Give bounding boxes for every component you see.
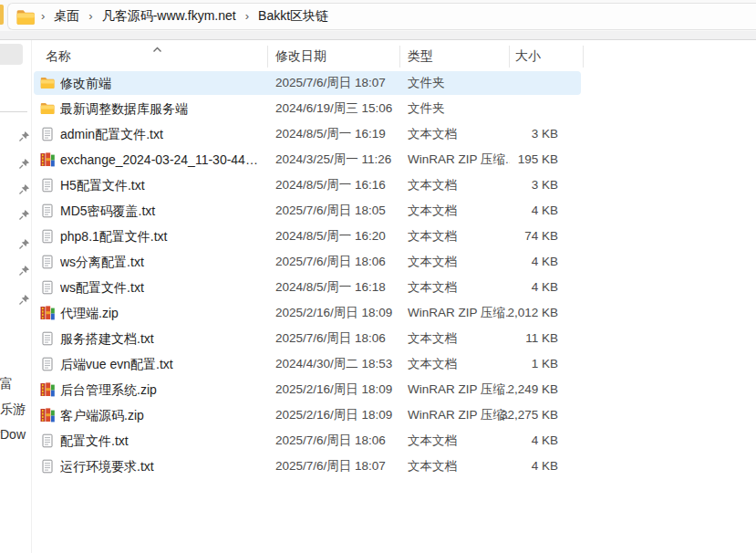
column-header-type[interactable]: 类型 [408,48,433,65]
breadcrumb-item-desktop[interactable]: 桌面 [47,5,86,27]
file-size: 4 KB [499,454,558,478]
file-type-icon [40,459,56,474]
file-type-icon [40,101,56,116]
file-type: WinRAR ZIP 压缩... [408,403,510,427]
file-type-icon [40,331,56,346]
address-band: › 桌面 › 凡客源码-www.fkym.net › Bakkt区块链 [0,0,756,31]
file-size: 2,249 KB [499,378,558,402]
file-name: 配置文件.txt [60,429,264,453]
file-row[interactable]: 服务搭建文档.txt 2025/7/6/周日 18:06 文本文档 11 KB [34,327,581,350]
file-size: 74 KB [499,224,558,248]
nav-item-label-fragment[interactable]: Dow [0,427,32,442]
file-list-pane: 名称 修改日期 类型 大小 [33,40,756,553]
file-type: 文本文档 [408,122,510,146]
file-row[interactable]: 客户端源码.zip 2025/2/16/周日 18:09 WinRAR ZIP … [34,403,581,427]
file-date-modified: 2025/2/16/周日 18:09 [275,301,403,325]
file-type-icon [40,152,56,167]
address-bar[interactable]: › 桌面 › 凡客源码-www.fkym.net › Bakkt区块链 [7,3,756,30]
file-type: WinRAR ZIP 压缩... [408,148,510,172]
folder-icon [16,9,35,24]
file-type-icon [40,127,56,141]
file-date-modified: 2025/7/6/周日 18:07 [275,454,403,478]
file-type: 文件夹 [408,97,510,120]
column-resize-handle[interactable] [399,46,400,68]
file-name: 代理端.zip [60,301,264,325]
file-date-modified: 2025/2/16/周日 18:09 [275,378,403,402]
file-date-modified: 2024/4/30/周二 18:53 [275,352,403,376]
file-row[interactable]: exchange_2024-03-24_11-30-44_mys... 2024… [34,148,581,172]
pushpin-icon[interactable] [18,157,30,169]
column-resize-handle[interactable] [583,46,584,68]
file-size [499,71,558,95]
file-date-modified: 2025/7/6/周日 18:05 [275,199,403,223]
file-date-modified: 2025/7/6/周日 18:06 [275,327,403,350]
file-date-modified: 2024/8/5/周一 16:19 [275,122,403,146]
chevron-right-icon: › [86,9,95,23]
file-type-icon [40,203,56,218]
sort-ascending-icon [152,41,162,49]
file-name: exchange_2024-03-24_11-30-44_mys... [60,148,264,172]
file-row[interactable]: 配置文件.txt 2025/7/6/周日 18:06 文本文档 4 KB [34,429,581,453]
column-header-name[interactable]: 名称 [46,48,71,65]
file-row[interactable]: ws分离配置.txt 2025/7/6/周日 18:06 文本文档 4 KB [34,250,581,274]
column-header-size[interactable]: 大小 [515,48,541,65]
file-row[interactable]: H5配置文件.txt 2024/8/5/周一 16:16 文本文档 3 KB [34,173,581,197]
file-date-modified: 2024/6/19/周三 15:06 [275,97,403,120]
file-name: 后台管理系统.zip [60,378,264,402]
file-type-icon [40,76,56,90]
file-type: 文本文档 [408,454,510,478]
pushpin-icon[interactable] [18,130,30,141]
file-type: WinRAR ZIP 压缩... [408,378,510,402]
pushpin-icon[interactable] [18,183,30,194]
file-type-icon [40,306,56,320]
pushpin-icon[interactable] [18,237,30,249]
file-row[interactable]: MD5密码覆盖.txt 2025/7/6/周日 18:05 文本文档 4 KB [34,199,581,223]
column-header-date-modified[interactable]: 修改日期 [275,48,326,65]
clipped-icon-fragment [0,5,4,25]
nav-item-fragment[interactable] [0,44,23,65]
pushpin-icon[interactable] [18,208,30,220]
file-type: 文本文档 [408,224,510,248]
file-date-modified: 2025/2/16/周日 18:09 [275,403,403,427]
file-row[interactable]: 最新调整数据库服务端 2024/6/19/周三 15:06 文件夹 [34,97,581,120]
file-type-icon [40,433,56,448]
file-row[interactable]: 后端vue evn配置.txt 2024/4/30/周二 18:53 文本文档 … [34,352,581,376]
file-row[interactable]: 修改前端 2025/7/6/周日 18:07 文件夹 [34,71,581,95]
file-row[interactable]: php8.1配置文件.txt 2024/8/5/周一 16:20 文本文档 74… [34,224,581,248]
file-name: php8.1配置文件.txt [60,224,264,248]
file-type: 文本文档 [408,276,510,299]
nav-item-label-fragment[interactable]: 乐游 [0,402,32,418]
file-size: 32,275 KB [499,403,558,427]
file-date-modified: 2024/8/5/周一 16:18 [275,276,403,299]
file-type-icon [40,357,56,371]
file-date-modified: 2024/3/25/周一 11:26 [275,148,403,172]
file-size: 1 KB [499,352,558,376]
nav-item-label-fragment[interactable]: 富 [0,376,32,392]
pushpin-icon[interactable] [18,264,30,276]
pushpin-icon[interactable] [18,293,30,305]
file-row[interactable]: 运行环境要求.txt 2025/7/6/周日 18:07 文本文档 4 KB [34,454,581,478]
file-row[interactable]: ws配置文件.txt 2024/8/5/周一 16:18 文本文档 4 KB [34,276,581,299]
file-size: 4 KB [499,199,558,223]
file-date-modified: 2025/7/6/周日 18:06 [275,250,403,274]
divider [0,111,27,112]
file-explorer-window: › 桌面 › 凡客源码-www.fkym.net › Bakkt区块链 富 乐游… [0,0,756,553]
file-date-modified: 2024/8/5/周一 16:16 [275,173,403,197]
file-type: 文本文档 [408,352,510,376]
file-row[interactable]: 代理端.zip 2025/2/16/周日 18:09 WinRAR ZIP 压缩… [34,301,581,325]
file-name: 客户端源码.zip [60,403,264,427]
column-resize-handle[interactable] [267,46,268,68]
file-row[interactable]: admin配置文件.txt 2024/8/5/周一 16:19 文本文档 3 K… [34,122,581,146]
breadcrumb-item-source-folder[interactable]: 凡客源码-www.fkym.net [96,5,243,27]
chevron-right-icon: › [38,9,47,23]
file-row[interactable]: 后台管理系统.zip 2025/2/16/周日 18:09 WinRAR ZIP… [34,378,581,402]
toolbar-strip [0,31,756,40]
file-name: ws配置文件.txt [60,276,264,299]
breadcrumb-item-current-folder[interactable]: Bakkt区块链 [252,5,335,27]
file-size: 4 KB [499,276,558,299]
column-resize-handle[interactable] [509,46,510,68]
file-name: 修改前端 [60,71,264,95]
file-date-modified: 2025/7/6/周日 18:06 [275,429,403,453]
file-type-icon [40,255,56,269]
file-type: 文本文档 [408,250,510,274]
